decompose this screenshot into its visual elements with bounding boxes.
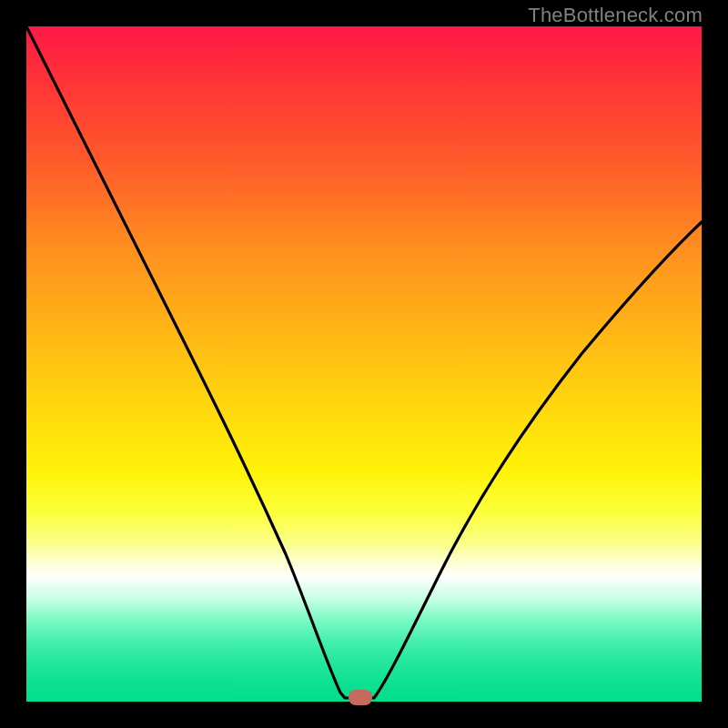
bottleneck-curve: [26, 26, 702, 698]
watermark-text: TheBottleneck.com: [528, 4, 703, 27]
chart-overlay: [26, 26, 702, 702]
optimal-marker: [349, 690, 372, 705]
chart-frame: TheBottleneck.com: [0, 0, 728, 728]
